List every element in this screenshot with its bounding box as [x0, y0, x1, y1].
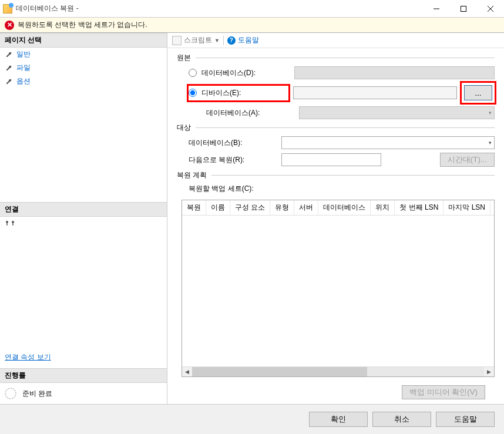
database-b-combo[interactable]: ▾: [281, 136, 495, 149]
page-select-header: 페이지 선택: [0, 33, 167, 48]
titlebar[interactable]: 데이터베이스 복원 -: [0, 0, 504, 18]
database-b-row: 데이터베이스(B): ▾: [177, 136, 495, 149]
svg-point-4: [6, 221, 8, 223]
nav-label: 파일: [16, 63, 31, 73]
device-radio-label: 디바이스(E):: [201, 88, 241, 98]
toolbar: 스크립트 ▼ ? 도움말: [167, 33, 504, 48]
help-icon: ?: [227, 36, 236, 45]
horizontal-scrollbar[interactable]: ◀ ▶: [182, 366, 494, 376]
source-group-title: 원본: [177, 53, 495, 63]
scroll-right-button[interactable]: ▶: [484, 367, 494, 377]
scroll-thumb[interactable]: [192, 367, 367, 376]
table-header-row: 복원 이름 구성 요소 유형 서버 데이터베이스 위치 첫 번째 LSN 마지막…: [182, 200, 494, 216]
device-radio-row: 디바이스(E): ...: [177, 83, 495, 103]
titlebar-left: 데이터베이스 복원 -: [3, 4, 79, 14]
database-radio-label: 데이터베이스(D):: [201, 68, 290, 78]
help-button[interactable]: 도움말: [238, 35, 259, 45]
col-server[interactable]: 서버: [294, 200, 318, 215]
close-button[interactable]: [477, 0, 504, 18]
cancel-button[interactable]: 취소: [372, 412, 431, 427]
progress-header: 진행률: [0, 368, 167, 383]
window-controls: [423, 0, 504, 18]
connection-header: 연결: [0, 202, 167, 217]
help-footer-button[interactable]: 도움말: [436, 412, 495, 427]
verify-row: 백업 미디어 확인(V): [177, 381, 495, 399]
browse-device-button[interactable]: ...: [464, 85, 492, 100]
nav-label: 옵션: [16, 76, 31, 86]
svg-point-5: [12, 221, 14, 223]
device-path-input[interactable]: [293, 86, 457, 99]
col-first-lsn[interactable]: 첫 번째 LSN: [395, 200, 443, 215]
database-b-label: 데이터베이스(B):: [189, 138, 277, 148]
script-button[interactable]: 스크립트: [184, 35, 212, 45]
backup-sets-label: 복원할 백업 세트(C):: [177, 184, 495, 194]
target-group-title: 대상: [177, 123, 495, 133]
footer: 확인 취소 도움말: [0, 404, 504, 434]
plan-group-title: 복원 계획: [177, 170, 495, 180]
sidebar-item-general[interactable]: 일반: [0, 48, 167, 61]
col-type[interactable]: 유형: [270, 200, 294, 215]
wrench-icon: [5, 51, 13, 59]
restore-database-icon: [3, 4, 12, 14]
progress-status: 준비 완료: [22, 389, 52, 399]
content: 페이지 선택 일반 파일 옵션 연결 연결 속성 보기 진행률: [0, 33, 504, 404]
right-panel: 스크립트 ▼ ? 도움말 원본 데이터베이스(D): 디바이스(E):: [167, 33, 504, 404]
progress-spinner-icon: [5, 388, 16, 399]
database-radio-row: 데이터베이스(D):: [177, 66, 495, 79]
scroll-track[interactable]: [192, 367, 484, 376]
device-radio-highlight: 디바이스(E):: [189, 86, 288, 100]
chevron-down-icon[interactable]: ▼: [214, 38, 220, 43]
error-message: 복원하도록 선택한 백업 세트가 없습니다.: [18, 20, 147, 30]
verify-media-button: 백업 미디어 확인(V): [402, 385, 485, 399]
sidebar-item-options[interactable]: 옵션: [0, 75, 167, 88]
target-group-label: 대상: [177, 123, 191, 133]
device-radio[interactable]: [189, 89, 197, 97]
timeline-button: 시간대(T)...: [440, 153, 495, 167]
backup-sets-table: 복원 이름 구성 요소 유형 서버 데이터베이스 위치 첫 번째 LSN 마지막…: [182, 200, 495, 377]
database-a-row: 데이터베이스(A): ▾: [177, 106, 495, 119]
ok-button[interactable]: 확인: [309, 412, 368, 427]
source-group-label: 원본: [177, 53, 191, 63]
svg-rect-1: [461, 6, 466, 11]
scroll-left-button[interactable]: ◀: [182, 367, 192, 377]
plan-group-label: 복원 계획: [177, 170, 207, 180]
window-title: 데이터베이스 복원 -: [16, 4, 79, 14]
col-restore[interactable]: 복원: [182, 200, 206, 215]
error-icon: ✕: [5, 21, 14, 30]
form-area: 원본 데이터베이스(D): 디바이스(E): ... 데이터베이스(A):: [167, 48, 504, 404]
restore-to-row: 다음으로 복원(R): 시간대(T)...: [177, 153, 495, 167]
database-source-combo: [294, 66, 495, 79]
col-component[interactable]: 구성 요소: [230, 200, 270, 215]
maximize-button[interactable]: [450, 0, 477, 18]
script-icon: [172, 36, 182, 45]
restore-to-label: 다음으로 복원(R):: [189, 155, 277, 165]
separator: [223, 36, 224, 45]
wrench-icon: [5, 64, 13, 72]
database-radio[interactable]: [189, 69, 197, 77]
col-name[interactable]: 이름: [206, 200, 230, 215]
wrench-icon: [5, 78, 13, 86]
col-last-lsn[interactable]: 마지막 LSN: [443, 200, 490, 215]
view-connection-properties-link[interactable]: 연결 속성 보기: [0, 346, 167, 368]
sidebar: 페이지 선택 일반 파일 옵션 연결 연결 속성 보기 진행률: [0, 33, 167, 404]
database-a-combo[interactable]: ▾: [299, 106, 495, 119]
col-position[interactable]: 위치: [371, 200, 395, 215]
sidebar-item-files[interactable]: 파일: [0, 61, 167, 75]
table-body: [182, 216, 494, 366]
database-a-label: 데이터베이스(A):: [206, 108, 294, 118]
progress-section: 준비 완료: [0, 383, 167, 404]
connection-icon: [0, 217, 167, 233]
restore-to-input[interactable]: [281, 153, 381, 166]
nav-label: 일반: [16, 49, 31, 59]
col-database[interactable]: 데이터베이스: [318, 200, 371, 215]
browse-button-highlight: ...: [462, 83, 495, 103]
error-banner: ✕ 복원하도록 선택한 백업 세트가 없습니다.: [0, 18, 504, 33]
minimize-button[interactable]: [423, 0, 450, 18]
